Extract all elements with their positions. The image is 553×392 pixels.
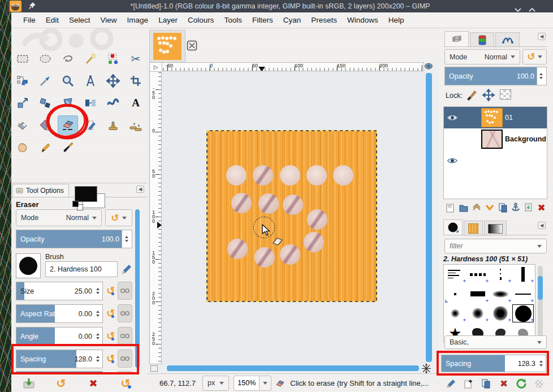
tab-brushes[interactable] [443, 219, 463, 235]
tool-zoom[interactable] [58, 71, 78, 91]
layers-dock-collapse-icon[interactable]: ◀ [538, 33, 546, 40]
tool-ellipse-select[interactable] [35, 49, 55, 68]
tab-layers[interactable] [444, 31, 469, 46]
tool-scissors-select[interactable]: ✂ [126, 49, 146, 68]
brush-preview[interactable] [16, 253, 41, 278]
lock-paint-icon[interactable] [465, 89, 478, 101]
mode-reset-button[interactable]: ↺ [105, 209, 132, 226]
default-colors-black[interactable] [72, 201, 79, 207]
tool-paths[interactable] [12, 71, 33, 91]
delete-brush-button[interactable]: ✖ [497, 377, 511, 390]
brush-cell-selected[interactable]: + [512, 304, 534, 323]
brush-grid-scrollbar-thumb[interactable] [538, 276, 543, 300]
navigation-icon[interactable] [421, 363, 432, 374]
reset-tool-options-button[interactable]: ↺ [117, 377, 134, 390]
tab-patterns[interactable] [464, 221, 483, 236]
visibility-eye-icon[interactable] [446, 111, 459, 124]
brush-cell-dashes[interactable]: + [466, 265, 489, 284]
chain-toggle[interactable] [118, 282, 132, 300]
tool-unified-transform[interactable] [12, 93, 33, 113]
brush-cell-lines[interactable]: + [444, 265, 466, 284]
opacity-slider[interactable]: Opacity 100.0 [16, 230, 132, 248]
slider-aspect-ratio[interactable]: Aspect Ratio0.00 [16, 304, 103, 323]
brush-cell-block[interactable]: + [466, 285, 489, 304]
pin-icon[interactable] [28, 2, 36, 12]
tool-options-tab[interactable]: Tool Options [12, 184, 69, 197]
brush-filter-input[interactable]: filter [444, 239, 547, 253]
menu-image[interactable]: Image [122, 14, 154, 26]
menu-windows[interactable]: Windows [342, 14, 383, 26]
chain-toggle[interactable] [118, 327, 132, 345]
slider-reset-button[interactable]: ↺ [106, 330, 115, 342]
tool-bucket-fill[interactable] [12, 115, 33, 135]
layer-mode-reset-button[interactable]: ↺ [522, 49, 547, 64]
menu-edit[interactable]: Edit [41, 14, 64, 26]
brush-cell-soft1[interactable]: + [444, 304, 466, 323]
slider-size[interactable]: Size25.00 [16, 282, 103, 300]
canvas-vertical-scrollbar[interactable] [426, 73, 432, 362]
foreground-color-swatch[interactable] [75, 186, 97, 202]
window-shade-up-icon[interactable] [529, 4, 535, 8]
open-brush-as-image-button[interactable] [532, 377, 546, 390]
tool-select-by-color[interactable] [103, 49, 123, 68]
brush-cell-vbar[interactable]: + [512, 265, 534, 284]
refresh-brushes-button[interactable] [515, 377, 528, 390]
menu-tools[interactable]: Tools [219, 14, 247, 26]
slider-spinner[interactable] [94, 328, 101, 345]
duplicate-brush-button[interactable] [479, 377, 493, 390]
zoom-value-field[interactable]: 150% [234, 376, 260, 391]
image-tab-active[interactable] [149, 30, 185, 62]
unit-select[interactable]: px [202, 376, 229, 391]
brush-cell-soft3[interactable]: + [489, 304, 512, 323]
opacity-spinner[interactable] [122, 230, 131, 248]
edit-brush-button[interactable] [444, 377, 458, 390]
tool-options-collapse-icon[interactable]: ◀ [136, 186, 144, 193]
tool-color-picker[interactable] [35, 71, 55, 91]
tool-perspective-clone[interactable] [126, 115, 146, 135]
tool-move[interactable] [103, 71, 123, 91]
menu-cyan[interactable]: Cyan [278, 14, 306, 26]
menu-view[interactable]: View [96, 14, 122, 26]
duplicate-layer-button[interactable] [496, 201, 508, 214]
brushes-dock-collapse-icon[interactable]: ◀ [538, 222, 546, 229]
zoom-select[interactable] [260, 376, 271, 391]
lower-layer-button[interactable] [483, 201, 495, 214]
layer-mode-select[interactable]: Mode Normal [444, 49, 520, 64]
brush-cell-dots[interactable]: + [489, 265, 512, 284]
layer-opacity-spinner[interactable] [537, 67, 545, 85]
titlebar[interactable]: *[Untitled]-1.0 (RGB colour 8-bit gamma … [7, 0, 553, 12]
brush-name-field[interactable]: 2. Hardness 100 [45, 261, 118, 277]
save-tool-preset-button[interactable] [20, 377, 37, 390]
menu-colours[interactable]: Colours [183, 14, 219, 26]
layer-opacity-slider[interactable]: Opacity 100.0 [444, 67, 547, 85]
restore-tool-preset-button[interactable]: ↺ [53, 377, 70, 390]
canvas-image[interactable] [208, 131, 376, 301]
menu-file[interactable]: File [18, 14, 41, 26]
new-brush-button[interactable] [462, 377, 476, 390]
tool-warp[interactable] [103, 93, 123, 113]
brush-cell-pixel[interactable] [444, 285, 466, 304]
tab-paths[interactable] [495, 32, 520, 48]
anchor-layer-button[interactable] [509, 201, 521, 214]
layer-row-background[interactable]: Background [444, 128, 547, 150]
slider-spinner[interactable] [94, 305, 101, 322]
menu-presets[interactable]: Presets [306, 14, 342, 26]
brush-cell-soft2[interactable]: + [466, 304, 489, 323]
image-tab-empty[interactable] [187, 40, 197, 53]
raise-layer-button[interactable] [470, 201, 482, 214]
zoom-follow-toggle[interactable] [424, 62, 433, 70]
menu-select[interactable]: Select [64, 14, 96, 26]
tool-clone[interactable] [103, 115, 123, 135]
layer-row-01[interactable]: 01 [444, 107, 547, 128]
brush-cell-hline[interactable]: + [512, 285, 534, 304]
delete-tool-preset-button[interactable]: ✖ [85, 377, 102, 390]
tool-crop[interactable] [126, 71, 146, 91]
brush-category-select[interactable]: Basic, [444, 335, 547, 349]
delete-layer-button[interactable]: ✖ [535, 201, 547, 214]
window-shade-down-icon[interactable] [515, 4, 521, 8]
tool-rectangle-select[interactable] [12, 49, 33, 68]
tool-free-select[interactable] [58, 49, 78, 68]
brush-cell-softellipse[interactable]: + [489, 285, 512, 304]
lock-position-icon[interactable] [482, 89, 495, 101]
menu-layer[interactable]: Layer [153, 14, 183, 26]
